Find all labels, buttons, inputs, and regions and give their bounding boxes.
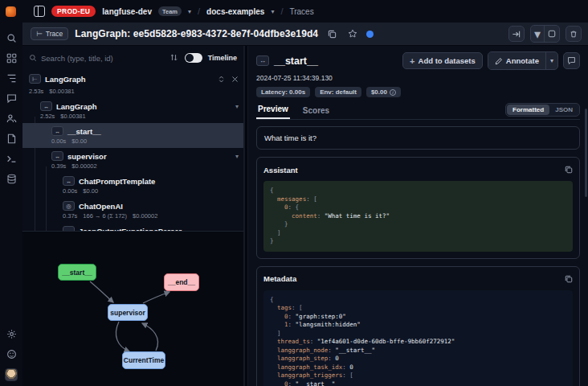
org-plan-tag: Team [158,6,182,16]
view-options-chevron[interactable]: ▾ [531,26,544,42]
tree-row-label: LangGraph [45,75,86,84]
copy-trace-id-icon[interactable] [325,27,339,41]
tree-row-supervisor[interactable]: ↔ supervisor ▾ 0.39s $0.00002 [22,148,243,173]
breadcrumb-separator: / [198,6,200,16]
row-tokens: 166 → 6 (Σ 172) [83,212,127,220]
row-duration: 0.00s [63,187,77,195]
copy-icon[interactable] [565,272,573,286]
info-icon: i [390,89,396,96]
annotate-label: Annotate [506,56,539,65]
tree-row-chatprompttemplate[interactable]: ↔ ChatPromptTemplate 0.00s $0.00 [22,173,243,198]
chevron-down-icon[interactable]: ▾ [235,153,239,160]
span-type-icon: ↔ [63,176,75,186]
environment-badge: PROD-EU [51,6,96,17]
toggle-json[interactable]: JSON [549,105,578,115]
trace-title: LangGraph: ee5d5828-e983-4372-8e7f-04dfb… [75,28,318,39]
copy-icon[interactable] [565,162,573,177]
datasets-icon[interactable] [6,173,17,183]
playground-terminal-icon[interactable] [6,153,17,163]
bookmark-star-icon[interactable] [345,27,360,41]
tree-row-label: __start__ [67,127,101,136]
tree-search-input[interactable] [41,54,165,63]
tree-row-start-selected[interactable]: ↔ __start__ 0.00s $0.00 [22,123,243,148]
dashboard-icon[interactable] [6,52,17,63]
row-cost: $0.00381 [49,88,74,95]
annotate-dropdown-chevron[interactable]: ▾ [545,52,557,69]
breadcrumb-org[interactable]: langfuse-dev [102,7,152,16]
tree-row-label: LangGraph [56,102,97,111]
tree-search-row: Timeline [22,46,243,68]
comment-bubble-icon [567,56,576,65]
annotate-button[interactable]: Annotate [488,52,545,69]
tree-row-langgraph-span[interactable]: ↔ LangGraph ▾ 2.52s $0.00381 [22,98,243,123]
row-cost: $0.00381 [60,113,85,120]
graph-node-start[interactable]: __start__ [58,264,96,281]
toggle-formatted[interactable]: Formatted [507,105,549,115]
graph-node-end[interactable]: __end__ [164,273,199,291]
timeline-toggle[interactable] [185,53,202,63]
cost-badge[interactable]: $0.00i [366,87,401,97]
input-text: What time is it? [264,133,316,142]
search-icon[interactable] [6,32,17,43]
sidebar-toggle-icon[interactable] [34,6,45,17]
metadata-section-title: Metadata [263,274,296,283]
annotate-split-button: Annotate ▾ [488,51,558,70]
detail-header: ↔ __start__ + Add to datasets Annotate ▾ [256,51,580,70]
view-json-button[interactable] [544,26,559,42]
assistant-section-title: Assistant [263,166,298,175]
tree-row-root-trace[interactable]: ⊢ LangGraph 2.53s $0.00381 [22,68,243,98]
add-to-datasets-button[interactable]: + Add to datasets [402,52,483,69]
observation-tree-panel: Timeline ⊢ LangGraph 2.53s $0.00381 ↔ La… [22,46,244,231]
breadcrumb-section: Traces [289,7,313,16]
tab-scores[interactable]: Scores [301,106,331,119]
span-type-icon: ↔ [256,55,269,66]
trace-header-bar: ⊢ Trace LangGraph: ee5d5828-e983-4372-8e… [22,23,588,46]
detail-scrollbar[interactable] [585,109,587,197]
graph-node-currenttime[interactable]: CurrentTime [122,351,165,369]
timeline-toggle-label: Timeline [208,54,237,62]
chevron-down-icon[interactable]: ▾ [235,103,239,110]
tree-row-label: ChatPromptTemplate [79,177,155,186]
support-icon[interactable] [6,348,17,359]
prompts-icon[interactable] [6,133,17,143]
row-cost: $0.00 [71,138,87,145]
left-icon-rail [0,23,22,386]
span-type-icon: ↔ [51,126,63,136]
goto-observation-button[interactable] [508,26,525,42]
sort-icon[interactable] [169,51,178,65]
comments-button[interactable] [563,52,580,69]
assistant-section: Assistant { messages: [ 0: { content: "W… [256,157,580,259]
row-duration: 0.39s [51,162,66,170]
tab-preview[interactable]: Preview [256,105,290,119]
tree-row-label: supervisor [67,152,107,161]
node-label: __start__ [62,269,92,277]
tracing-icon[interactable] [6,72,17,83]
trace-tree-icon: ⊢ [36,30,43,38]
span-type-icon: ↔ [51,151,63,161]
user-avatar[interactable] [5,368,18,381]
expand-all-icon[interactable] [218,72,225,86]
metric-badges: Latency: 0.00s Env: default $0.00i [256,87,580,97]
langgraph-graph-view: __start__ __end__ supervisor CurrentTime [22,231,244,386]
add-to-datasets-label: Add to datasets [419,56,476,65]
trace-actions: ▾ [508,25,582,43]
row-duration: 2.53s [29,88,43,95]
latency-badge: Latency: 0.00s [256,87,310,97]
top-navbar: PROD-EU langfuse-dev Team ▾ / docs-examp… [0,0,588,23]
tree-row-jsonoutputfunctionsparser[interactable]: ↔ JsonOutputFunctionsParser [22,223,243,231]
breadcrumb-separator: / [280,6,283,16]
chevron-down-icon[interactable]: ▾ [271,8,274,15]
delete-trace-button[interactable] [566,26,582,42]
public-share-indicator-icon[interactable] [366,31,374,38]
breadcrumb-project[interactable]: docs-examples [206,7,264,16]
settings-gear-icon[interactable] [6,328,17,339]
users-icon[interactable] [6,113,17,123]
trace-type-badge: ⊢ Trace [31,27,68,40]
graph-node-supervisor[interactable]: supervisor [108,304,148,321]
langfuse-logo-icon[interactable] [6,6,16,17]
tree-row-chatopenai[interactable]: ◎ ChatOpenAI 0.37s 166 → 6 (Σ 172) $0.00… [22,198,243,223]
sessions-chat-icon[interactable] [6,92,17,103]
pencil-icon [495,57,503,65]
chevron-down-icon[interactable]: ▾ [188,8,191,15]
collapse-all-icon[interactable] [231,72,239,86]
